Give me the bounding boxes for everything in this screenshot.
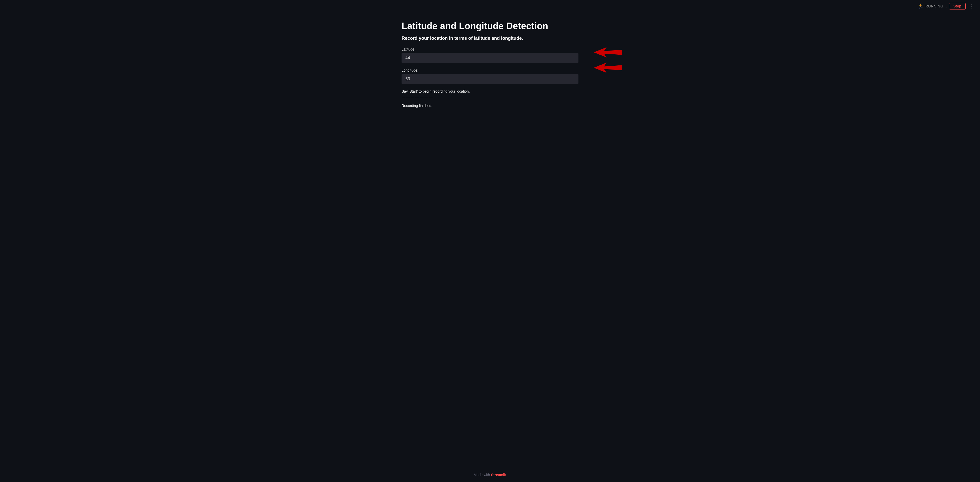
longitude-label: Longitude: (402, 68, 578, 72)
truncated-text: — — — — — — — (402, 96, 473, 99)
runner-icon: 🏃 (918, 3, 923, 9)
svg-marker-0 (594, 47, 622, 57)
page-subtitle: Record your location in terms of latitud… (402, 36, 578, 41)
recording-status: Recording finished. (402, 104, 578, 108)
stop-button[interactable]: Stop (949, 3, 966, 10)
footer-brand: Streamlit (491, 473, 506, 477)
menu-dots-icon[interactable]: ⋮ (968, 2, 976, 10)
top-bar: 🏃 RUNNING... Stop ⋮ (914, 0, 980, 12)
latitude-section: Latitude: (402, 47, 578, 63)
page-title: Latitude and Longitude Detection (402, 21, 578, 32)
arrows-annotation (573, 45, 625, 75)
latitude-label: Latitude: (402, 47, 578, 51)
main-content: Latitude and Longitude Detection Record … (396, 0, 584, 123)
svg-marker-1 (594, 62, 622, 73)
footer-made-with: Made with (474, 473, 491, 477)
instructions-text: Say 'Start' to begin recording your loca… (402, 89, 578, 93)
longitude-input[interactable] (402, 74, 578, 84)
running-label: RUNNING... (926, 4, 947, 8)
footer: Made with Streamlit (474, 473, 506, 477)
latitude-input[interactable] (402, 53, 578, 63)
longitude-field-container: Longitude: (402, 68, 578, 84)
latitude-field-container: Latitude: (402, 47, 578, 63)
